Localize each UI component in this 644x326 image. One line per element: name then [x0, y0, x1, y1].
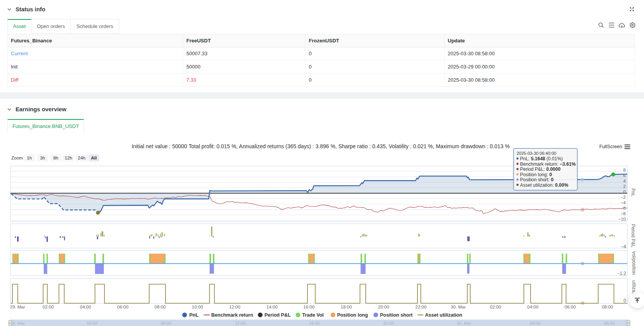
svg-text:04:00: 04:00 — [530, 321, 541, 326]
svg-text:08:00: 08:00 — [604, 321, 615, 326]
svg-text:14:00: 14:00 — [267, 305, 278, 309]
svg-text:04:00: 04:00 — [87, 321, 98, 326]
svg-text:8: 8 — [623, 168, 626, 172]
svg-text:29. Mar: 29. Mar — [10, 305, 25, 309]
svg-text:Position short: Position short — [380, 312, 413, 318]
svg-text:08:00: 08:00 — [155, 305, 166, 309]
svg-text:Position long: Position long — [337, 312, 368, 318]
svg-text:−10: −10 — [618, 217, 626, 221]
svg-text:−6: −6 — [621, 206, 626, 210]
svg-text:16:00: 16:00 — [309, 321, 320, 326]
svg-text:22:00: 22:00 — [415, 305, 427, 309]
svg-text:04:00: 04:00 — [527, 305, 539, 309]
svg-text:−2: −2 — [621, 195, 626, 200]
svg-text:20:00: 20:00 — [378, 305, 389, 309]
svg-text:12:00: 12:00 — [229, 305, 241, 309]
svg-text:16:00: 16:00 — [304, 305, 315, 309]
svg-text:Initial net value : 50000 Tota: Initial net value : 50000 Total profit: … — [132, 143, 510, 149]
svg-text:20:00: 20:00 — [383, 321, 394, 326]
svg-text:12h: 12h — [65, 155, 72, 161]
svg-text:0: 0 — [623, 189, 626, 194]
svg-text:−1.2: −1.2 — [617, 271, 626, 276]
svg-text:1h: 1h — [27, 155, 32, 161]
svg-text:30. Mar: 30. Mar — [457, 321, 471, 326]
svg-text:Period P&L: Period P&L — [630, 224, 636, 248]
svg-text:PnL: PnL — [630, 188, 636, 197]
svg-text:3h: 3h — [40, 155, 45, 161]
svg-text:Asset utilization: 0.00%: Asset utilization: 0.00% — [520, 182, 568, 188]
svg-text:Period P&L: 0.0000: Period P&L: 0.0000 — [520, 167, 560, 172]
svg-text:Trade Vol: Trade Vol — [302, 312, 324, 318]
svg-text:Position long: 0: Position long: 0 — [520, 172, 552, 177]
svg-text:29. Mar: 29. Mar — [10, 321, 25, 326]
svg-text:18:00: 18:00 — [341, 305, 352, 309]
svg-text:−4: −4 — [621, 244, 626, 249]
svg-text:Benchmark return: Benchmark return — [211, 312, 253, 318]
svg-text:8h: 8h — [53, 155, 58, 161]
svg-text:02:00: 02:00 — [490, 305, 501, 309]
svg-text:12:00: 12:00 — [235, 321, 246, 326]
svg-text:6: 6 — [623, 173, 626, 178]
svg-text:PnL: 5.1648 (0.01%): PnL: 5.1648 (0.01%) — [520, 156, 563, 161]
svg-text:FullScreen: FullScreen — [599, 144, 622, 149]
svg-text:0: 0 — [623, 298, 626, 303]
svg-text:30. Mar: 30. Mar — [451, 305, 466, 309]
svg-text:06:00: 06:00 — [565, 305, 576, 309]
svg-text:Benchmark return: −3.61%: Benchmark return: −3.61% — [520, 161, 576, 167]
svg-text:08:00: 08:00 — [602, 305, 613, 309]
svg-text:−8: −8 — [621, 211, 626, 216]
svg-text:24h: 24h — [78, 155, 86, 161]
svg-text:Period P&L: Period P&L — [265, 312, 291, 318]
svg-text:4: 4 — [623, 179, 626, 183]
svg-text:Asset utilization: Asset utilization — [425, 312, 462, 318]
svg-text:vol/position: vol/position — [631, 251, 637, 275]
svg-text:2: 2 — [623, 184, 626, 189]
svg-text:−4: −4 — [621, 200, 626, 205]
svg-text:Zoom: Zoom — [11, 155, 23, 161]
svg-text:06:00: 06:00 — [117, 305, 129, 309]
svg-text:PnL: PnL — [189, 312, 199, 318]
svg-text:08:00: 08:00 — [161, 321, 171, 326]
svg-text:02:00: 02:00 — [43, 305, 54, 309]
svg-text:04:00: 04:00 — [80, 305, 91, 309]
svg-text:10:00: 10:00 — [192, 305, 203, 309]
svg-text:2025-03-30 06:40:00: 2025-03-30 06:40:00 — [517, 151, 556, 156]
svg-text:Position short: 0: Position short: 0 — [520, 177, 553, 182]
svg-text:All: All — [91, 155, 97, 161]
